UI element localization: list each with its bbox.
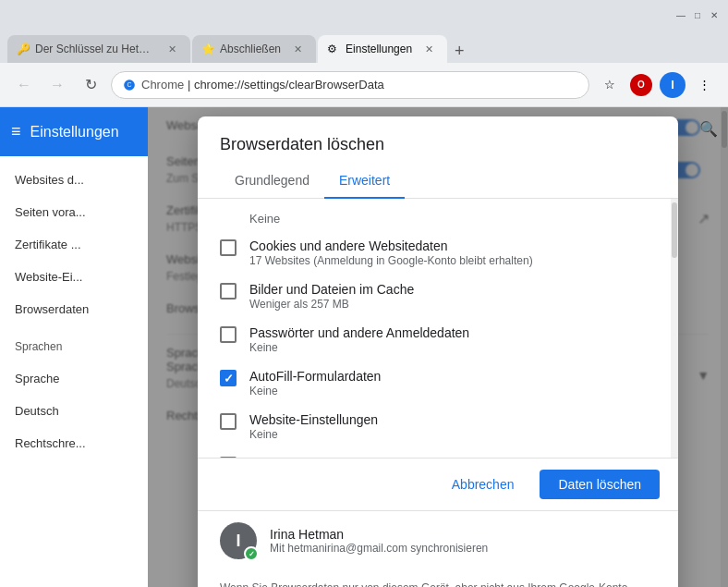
sidebar-item-certs[interactable]: Zertifikate ...: [0, 228, 148, 261]
sidebar-content: Websites d... Seiten vora... Zertifikate…: [0, 156, 148, 587]
svg-text:C: C: [127, 81, 131, 88]
checkbox-cache[interactable]: Bilder und Dateien im Cache Weniger als …: [198, 275, 678, 318]
address-bar-right: ☆ O I ⋮: [597, 72, 717, 98]
tab-3-title: Einstellungen: [346, 43, 412, 55]
tab-2[interactable]: ⭐ Abschließen ✕: [192, 35, 316, 63]
separator-item: Keine: [198, 206, 678, 231]
profile-button[interactable]: I: [660, 72, 686, 98]
sidebar-title: Einstellungen: [30, 124, 119, 141]
tab-2-close[interactable]: ✕: [290, 42, 305, 56]
hamburger-menu-icon[interactable]: ≡: [11, 122, 21, 141]
omnibox[interactable]: C Chrome | chrome://settings/clearBrowse…: [111, 71, 589, 99]
tab-2-favicon: ⭐: [201, 43, 214, 55]
modal-note: Wenn Sie Browserdaten nur von diesem Ger…: [198, 570, 678, 587]
sync-icon: ✓: [249, 550, 255, 558]
checkbox-passwords-sub: Keine: [249, 341, 656, 354]
checkbox-passwords-label: Passwörter und andere Anmeldedaten Keine: [249, 325, 656, 354]
user-info: Irina Hetman Mit hetmanirina@gmail.com s…: [270, 527, 656, 555]
checkbox-cookies[interactable]: Cookies und andere Websitedaten 17 Websi…: [198, 231, 678, 275]
modal-scrollbar-thumb: [672, 202, 677, 258]
user-sync-badge: ✓: [244, 546, 259, 561]
title-bar: — □ ✕: [0, 0, 728, 30]
modal-overlay: Browserdaten löschen Grundlegend Erweite…: [148, 107, 728, 587]
address-domain: Chrome: [141, 78, 184, 92]
profile-avatar: I: [660, 72, 686, 98]
bookmark-icon: ☆: [604, 78, 615, 92]
checkbox-site-settings-input[interactable]: [220, 413, 237, 430]
tab-3-close[interactable]: ✕: [421, 42, 436, 56]
menu-button[interactable]: ⋮: [691, 72, 717, 98]
checkbox-autofill-input[interactable]: [220, 370, 237, 386]
modal-title: Browserdaten löschen: [198, 116, 678, 164]
tab-1-title: Der Schlüssel zu Hetman P...: [35, 43, 155, 55]
checkbox-autofill[interactable]: AutoFill-Formulardaten Keine: [198, 361, 678, 405]
checkbox-cookies-title: Cookies und andere Websitedaten: [249, 238, 656, 253]
modal-body[interactable]: Keine Cookies und andere Websitedaten 17…: [198, 199, 678, 458]
checkbox-cache-label: Bilder und Dateien im Cache Weniger als …: [249, 282, 656, 311]
close-button[interactable]: ✕: [708, 8, 721, 21]
checkbox-hosted-apps-label: Gehostete App-Daten 5 Apps (Cloud Print,…: [249, 456, 656, 458]
settings-main: Websites d... Seiten vora... Zum Spei...…: [148, 107, 728, 587]
modal-scrollbar[interactable]: [671, 199, 678, 458]
menu-icon: ⋮: [698, 78, 710, 92]
maximize-button[interactable]: □: [691, 8, 704, 21]
user-avatar-initial: I: [236, 532, 240, 551]
checkbox-cookies-input[interactable]: [220, 239, 237, 256]
minimize-button[interactable]: —: [674, 8, 687, 21]
checkbox-cookies-sub: 17 Websites (Anmeldung in Google-Konto b…: [249, 254, 656, 267]
opera-badge: O: [630, 74, 652, 96]
checkbox-cache-input[interactable]: [220, 283, 237, 300]
checkbox-passwords[interactable]: Passwörter und andere Anmeldedaten Keine: [198, 318, 678, 361]
checkbox-passwords-input[interactable]: [220, 326, 237, 343]
tab-3[interactable]: ⚙ Einstellungen ✕: [318, 35, 447, 63]
browser-body: ≡ Einstellungen Websites d... Seiten vor…: [0, 107, 728, 587]
tab-advanced[interactable]: Erweitert: [324, 164, 405, 199]
delete-data-button[interactable]: Daten löschen: [540, 470, 660, 499]
checkbox-cache-title: Bilder und Dateien im Cache: [249, 282, 656, 297]
checkbox-site-settings-title: Website-Einstellungen: [249, 412, 656, 427]
opera-icon-button[interactable]: O: [628, 72, 654, 98]
tab-3-favicon: ⚙: [327, 43, 340, 55]
new-tab-button[interactable]: +: [449, 42, 470, 61]
address-bar: ← → ↻ C Chrome | chrome://settings/clear…: [0, 63, 728, 107]
tab-basic[interactable]: Grundlegend: [220, 164, 324, 199]
user-email: Mit hetmanirina@gmail.com synchronisiere…: [270, 542, 656, 555]
user-avatar: I ✓: [220, 522, 257, 559]
modal-tabs: Grundlegend Erweitert: [198, 164, 678, 199]
bookmark-button[interactable]: ☆: [597, 72, 623, 98]
tab-1-close[interactable]: ✕: [164, 42, 179, 56]
modal-note-text: Wenn Sie Browserdaten nur von diesem Ger…: [220, 581, 627, 587]
checkbox-hosted-apps[interactable]: Gehostete App-Daten 5 Apps (Cloud Print,…: [198, 448, 678, 458]
window-controls: — □ ✕: [674, 8, 721, 21]
back-button[interactable]: ←: [11, 72, 37, 98]
sidebar-item-spellcheck[interactable]: Rechtschre...: [0, 427, 148, 459]
checkbox-hosted-apps-title: Gehostete App-Daten: [249, 456, 656, 458]
checkbox-site-settings-label: Website-Einstellungen Keine: [249, 412, 656, 441]
sidebar-item-language[interactable]: Sprache: [0, 362, 148, 395]
sidebar-item-website-settings[interactable]: Website-Ei...: [0, 261, 148, 293]
checkbox-autofill-label: AutoFill-Formulardaten Keine: [249, 369, 656, 397]
forward-button[interactable]: →: [44, 72, 70, 98]
reload-button[interactable]: ↻: [78, 72, 103, 98]
sidebar-item-language-value[interactable]: Deutsch: [0, 395, 148, 427]
user-section: I ✓ Irina Hetman Mit hetmanirina@gmail.c…: [198, 510, 678, 570]
checkbox-cache-sub: Weniger als 257 MB: [249, 298, 656, 311]
sidebar-item-pages[interactable]: Seiten vora...: [0, 196, 148, 228]
user-name: Irina Hetman: [270, 527, 656, 542]
tab-1[interactable]: 🔑 Der Schlüssel zu Hetman P... ✕: [7, 35, 190, 63]
address-display: Chrome | chrome://settings/clearBrowserD…: [141, 78, 384, 92]
separator-text: Keine: [249, 212, 280, 226]
tab-1-favicon: 🔑: [17, 43, 30, 55]
checkbox-autofill-sub: Keine: [249, 385, 656, 397]
sidebar-item-browserdata[interactable]: Browserdaten: [0, 293, 148, 325]
cancel-button[interactable]: Abbrechen: [433, 470, 533, 499]
sidebar-item-websites[interactable]: Websites d...: [0, 164, 148, 196]
settings-sidebar: ≡ Einstellungen Websites d... Seiten vor…: [0, 107, 148, 587]
checkbox-site-settings-sub: Keine: [249, 428, 656, 441]
sidebar-section-languages: Sprachen: [0, 325, 148, 362]
checkbox-hosted-apps-input[interactable]: [220, 457, 237, 458]
sidebar-header: ≡ Einstellungen: [0, 107, 148, 156]
checkbox-site-settings[interactable]: Website-Einstellungen Keine: [198, 405, 678, 448]
address-url: chrome://settings/clearBrowserData: [194, 78, 384, 92]
secure-icon: C: [123, 79, 136, 92]
